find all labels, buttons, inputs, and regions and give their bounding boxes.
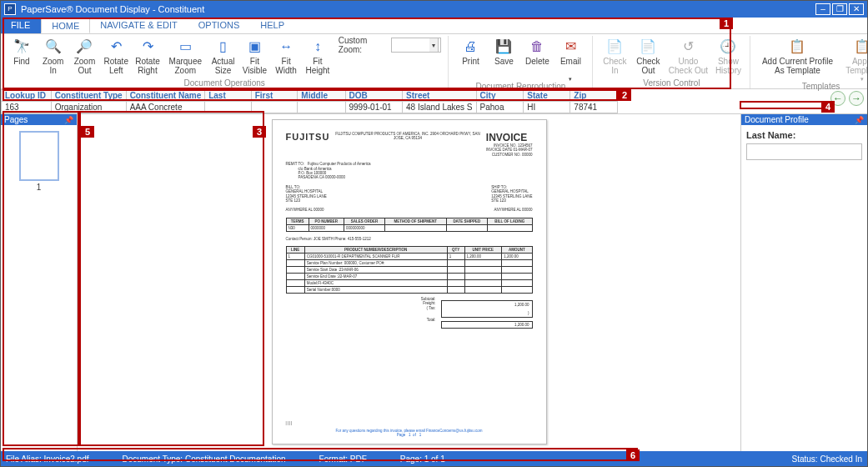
fit-height-button[interactable]: ↕Fit Height (302, 36, 334, 76)
grid-header-city[interactable]: City (476, 90, 524, 102)
add-profile-template-button[interactable]: 📋Add Current Profile As Template (755, 36, 839, 76)
custom-zoom-dropdown[interactable]: ▾ (429, 38, 439, 53)
marquee-icon: ▭ (175, 38, 195, 56)
page-thumbnail[interactable] (20, 132, 58, 180)
grid-header-constituent-name[interactable]: Constituent Name (126, 90, 205, 102)
workspace: Pages 📌 1 FUJITSU FUJITSU COMPUTER PRODU… (1, 114, 867, 451)
last-name-input[interactable] (746, 143, 862, 160)
invoice-billto: BILL TO: GENERAL HOSPITAL 12345 STERLING… (286, 185, 327, 203)
ribbon-group-templates: 📋Add Current Profile As Template 📋Apply … (750, 36, 868, 88)
invoice-total-value: 1,200.00 (441, 322, 532, 329)
grid-cell: 9999-01-01 (345, 102, 403, 113)
grid-cell: Organization (51, 102, 126, 113)
pin-icon[interactable]: 📌 (855, 116, 864, 124)
email-button[interactable]: ✉Email▾ (554, 36, 587, 82)
chevron-down-icon: ▾ (569, 76, 572, 82)
close-window-button[interactable]: ✕ (849, 3, 864, 15)
status-file-alias: File Alias: Invoice2.pdf (6, 454, 89, 464)
check-in-button[interactable]: 📄Check In (598, 36, 631, 76)
invoice-table-2: LINEPRODUCT NUMBER/DESCRIPTIONQTYUNIT PR… (286, 246, 533, 294)
menu-help[interactable]: HELP (250, 18, 295, 33)
printer-icon: 🖨 (460, 38, 480, 56)
grid-cell (251, 102, 298, 113)
menu-file[interactable]: FILE (1, 18, 41, 33)
menu-bar: FILE HOME NAVIGATE & EDIT OPTIONS HELP (1, 18, 867, 34)
actual-size-button[interactable]: ▯Actual Size (208, 36, 239, 76)
grid-header-first[interactable]: First (251, 90, 298, 102)
grid-header-constituent-type[interactable]: Constituent Type (51, 90, 126, 102)
document-profile-title: Document Profile (745, 115, 809, 124)
status-bar: File Alias: Invoice2.pdf Document Type: … (1, 451, 867, 466)
add-template-icon: 📋 (787, 38, 807, 56)
trash-icon: 🗑 (527, 38, 547, 56)
menu-home[interactable]: HOME (41, 18, 90, 33)
invoice-meta: INVOICE NO. 1234567 INVOICE DATE 01-MAR-… (486, 143, 533, 157)
grid-cell: AAA Concrete (126, 102, 205, 113)
grid-header-zip[interactable]: Zip (570, 90, 618, 102)
delete-button[interactable]: 🗑Delete (520, 36, 554, 76)
invoice-anywhere-r: ANYWHERE AL 00000 (494, 208, 532, 212)
grid-data-row[interactable]: 163OrganizationAAA Concrete9999-01-0148 … (2, 102, 618, 113)
annotation-marker-3: 3 (253, 126, 266, 138)
invoice-subtotal-values: 1,200.00 ) (441, 301, 532, 318)
invoice-subtotal-labels: Subtotal: Freight: ( Tax: (421, 297, 436, 318)
floppy-icon: 💾 (494, 38, 514, 56)
rotate-left-button[interactable]: ↶Rotate Left (100, 36, 132, 76)
zoom-in-button[interactable]: 🔍Zoom In (38, 36, 69, 76)
check-out-icon: 📄 (638, 38, 658, 56)
grid-header-lookup-id[interactable]: Lookup ID (2, 90, 52, 102)
grid-cell (298, 102, 345, 113)
invoice-title: INVOICE (486, 132, 533, 143)
next-record-button[interactable]: → (849, 91, 864, 106)
email-icon: ✉ (560, 38, 580, 56)
document-page: FUJITSU FUJITSU COMPUTER PRODUCTS OF AME… (272, 119, 547, 444)
pin-icon[interactable]: 📌 (64, 116, 73, 124)
fit-width-icon: ↔ (276, 38, 296, 56)
menu-navigate-edit[interactable]: NAVIGATE & EDIT (90, 18, 188, 33)
grid-cell: Pahoa (476, 102, 524, 113)
pages-panel: Pages 📌 1 (1, 114, 78, 451)
invoice-table-1: TERMSPO NUMBERSALES ORDERMETHOD OF SHIPM… (286, 218, 533, 232)
status-page: Page: 1 of 1 (400, 454, 445, 464)
ribbon-group-document-reproduction: 🖨Print 💾Save 🗑Delete ✉Email▾ Document Re… (449, 36, 593, 88)
fit-width-button[interactable]: ↔Fit Width (270, 36, 302, 76)
rotate-right-button[interactable]: ↷Rotate Right (132, 36, 163, 76)
annotation-marker-5: 5 (81, 126, 94, 138)
maximize-button[interactable]: ❐ (832, 3, 847, 15)
last-name-label: Last Name: (746, 130, 795, 140)
grid-header-last[interactable]: Last (205, 90, 252, 102)
invoice-brand: FUJITSU (286, 132, 330, 142)
grid-header-state[interactable]: State (524, 90, 570, 102)
app-icon: P (4, 3, 16, 15)
invoice-contact: Contact Person: JOE SMITH Phone: 415-555… (286, 237, 533, 241)
ribbon: 🔭Find 🔍Zoom In 🔎Zoom Out ↶Rotate Left ↷R… (1, 34, 867, 89)
undo-check-out-button[interactable]: ↺Undo Check Out (665, 36, 711, 76)
minimize-button[interactable]: – (815, 3, 830, 15)
zoom-out-button[interactable]: 🔎Zoom Out (69, 36, 101, 76)
invoice-shipto: SHIP TO: GENERAL HOSPITAL 12345 STERLING… (491, 185, 532, 203)
marquee-zoom-button[interactable]: ▭Marquee Zoom (163, 36, 208, 76)
grid-header-middle[interactable]: Middle (298, 90, 345, 102)
check-in-icon: 📄 (605, 38, 625, 56)
invoice-brand-sub: FUJITSU COMPUTER PRODUCTS OF AMERICA, IN… (329, 132, 485, 157)
history-icon: 🕘 (718, 38, 738, 56)
apply-template-button[interactable]: 📋Apply Template▾ (839, 36, 868, 82)
window-title: PaperSave® Document Display - Constituen… (21, 4, 204, 14)
check-out-button[interactable]: 📄Check Out (631, 36, 665, 76)
zoom-in-icon: 🔍 (43, 38, 63, 56)
grid-header-street[interactable]: Street (403, 90, 477, 102)
menu-options[interactable]: OPTIONS (188, 18, 251, 33)
annotation-marker-2: 2 (618, 89, 631, 101)
grid-header-dob[interactable]: DOB (345, 90, 403, 102)
show-history-button[interactable]: 🕘Show History (711, 36, 745, 76)
zoom-out-icon: 🔎 (74, 38, 94, 56)
document-viewer[interactable]: FUJITSU FUJITSU COMPUTER PRODUCTS OF AME… (78, 114, 740, 451)
grid-cell (205, 102, 252, 113)
print-button[interactable]: 🖨Print (454, 36, 487, 76)
invoice-anywhere-l: ANYWHERE AL 00000 (286, 208, 324, 212)
find-button[interactable]: 🔭Find (6, 36, 38, 76)
fit-visible-button[interactable]: ▣Fit Visible (238, 36, 270, 76)
save-button[interactable]: 💾Save (487, 36, 520, 76)
apply-template-icon: 📋 (852, 38, 868, 56)
barcode-icon: |||| (286, 421, 294, 425)
